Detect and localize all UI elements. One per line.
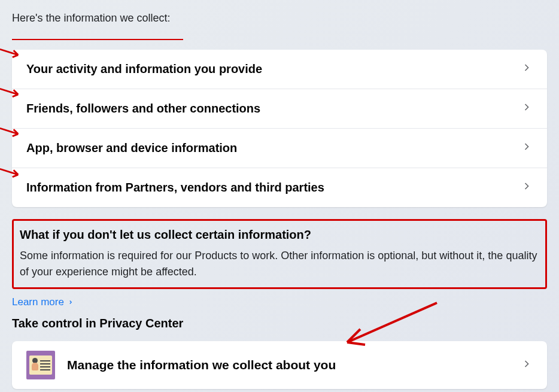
list-item-label: Your activity and information you provid… (26, 62, 262, 76)
learn-more-label: Learn more (12, 296, 64, 308)
chevron-right-icon (521, 101, 533, 116)
manage-info-card[interactable]: Manage the information we collect about … (12, 341, 547, 389)
list-item-device[interactable]: App, browser and device information (12, 129, 547, 168)
privacy-center-title: Take control in Privacy Center (12, 317, 547, 330)
callout-body: Some information is required for our Pro… (20, 248, 539, 280)
list-item-partners[interactable]: Information from Partners, vendors and t… (12, 168, 547, 207)
list-item-activity[interactable]: Your activity and information you provid… (12, 50, 547, 89)
chevron-right-icon (521, 141, 533, 156)
action-label: Manage the information we collect about … (67, 358, 336, 372)
chevron-right-icon (521, 180, 533, 195)
id-card-icon (26, 351, 55, 379)
list-item-label: Friends, followers and other connections (26, 102, 260, 116)
callout-title: What if you don't let us collect certain… (20, 228, 539, 242)
annotation-underline (12, 39, 183, 40)
callout-box: What if you don't let us collect certain… (12, 219, 547, 289)
list-item-friends[interactable]: Friends, followers and other connections (12, 89, 547, 129)
chevron-right-icon (521, 358, 533, 373)
section-heading: Here's the information we collect: (12, 12, 171, 25)
info-list-card: Your activity and information you provid… (12, 50, 547, 207)
learn-more-link[interactable]: Learn more (12, 296, 74, 308)
chevron-right-icon (521, 62, 533, 77)
list-item-label: App, browser and device information (26, 141, 237, 155)
list-item-label: Information from Partners, vendors and t… (26, 181, 324, 195)
chevron-right-icon (68, 299, 74, 305)
